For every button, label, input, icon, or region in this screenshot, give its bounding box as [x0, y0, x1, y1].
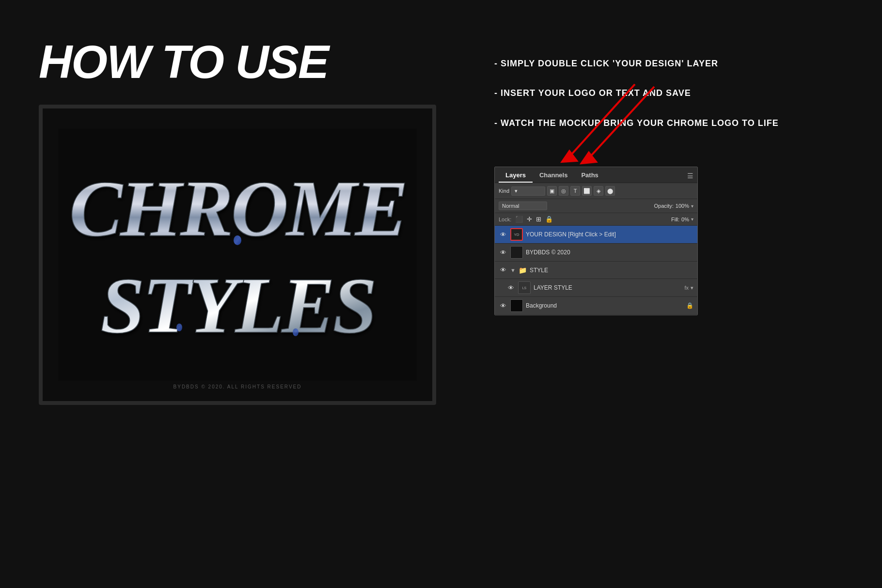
layer-name-layer-style: LAYER STYLE [534, 284, 681, 291]
svg-marker-7 [562, 151, 577, 162]
fill-value: 0% [681, 217, 689, 222]
tab-paths[interactable]: Paths [574, 169, 605, 183]
chrome-text-container: CHROME STYLES [43, 108, 432, 401]
page-title: HOW TO USE [39, 39, 436, 85]
svg-point-3 [234, 235, 241, 245]
blend-dropdown[interactable]: Normal [499, 201, 547, 210]
layer-name-bydbds: BYDBDS © 2020 [526, 249, 693, 256]
layer-name-background: Background [526, 302, 683, 309]
kind-label: Kind [499, 188, 509, 194]
svg-marker-9 [582, 153, 596, 163]
tab-channels[interactable]: Channels [533, 169, 575, 183]
type-icon[interactable]: T [570, 186, 580, 196]
eye-icon-your-design[interactable]: 👁 [499, 230, 507, 239]
extra-icon[interactable]: ⬤ [605, 186, 615, 196]
opacity-section: Opacity: 100% ▾ [654, 203, 694, 209]
thumb-your-design: YD [510, 228, 523, 241]
eye-icon-style[interactable]: 👁 [499, 266, 507, 275]
panel-menu-icon[interactable]: ☰ [687, 172, 693, 180]
opacity-chevron: ▾ [691, 203, 693, 209]
instruction-1: - SIMPLY DOUBLE CLICK 'YOUR DESIGN' LAYE… [494, 58, 853, 69]
preview-inner: CHROME STYLES BYDBDS © 2020. ALL RIGHTS … [43, 108, 432, 401]
layer-row-your-design[interactable]: 👁 YD YOUR DESIGN [Right Click > Edit] [495, 226, 697, 244]
layer-row-background[interactable]: 👁 Background 🔒 [495, 297, 697, 315]
left-section: HOW TO USE [0, 0, 465, 588]
eye-icon-layer-style[interactable]: 👁 [506, 283, 515, 292]
fill-label: Fill: [671, 217, 679, 222]
chrome-svg: CHROME STYLES [58, 129, 417, 381]
lock-pixel-icon[interactable]: ⬛ [515, 216, 523, 223]
thumb-bydbds [510, 246, 523, 259]
instruction-2: - INSERT YOUR LOGO OR TEXT AND SAVE [494, 88, 853, 99]
lock-label: Lock: [499, 217, 511, 222]
lock-fill-row: Lock: ⬛ ✛ ⊞ 🔒 Fill: 0% ▾ [495, 213, 697, 226]
thumb-background [510, 299, 523, 312]
layer-name-style: STYLE [530, 267, 693, 274]
right-section: - SIMPLY DOUBLE CLICK 'YOUR DESIGN' LAYE… [465, 0, 882, 588]
collapse-arrow[interactable]: ▼ [510, 267, 516, 273]
ps-panel-tabs: Layers Channels Paths ☰ [495, 167, 697, 183]
adj-icon[interactable]: ◎ [559, 186, 568, 196]
folder-icon-style: 📁 [519, 266, 527, 274]
instructions-list: - SIMPLY DOUBLE CLICK 'YOUR DESIGN' LAYE… [494, 58, 853, 147]
lock-move-icon[interactable]: ✛ [527, 216, 532, 223]
fill-chevron: ▾ [691, 217, 693, 222]
thumb-layer-style: LS [518, 281, 531, 294]
arrows-container: Layers Channels Paths ☰ Kind ▾ ▣ ◎ T ⬜ ◈ [494, 167, 712, 315]
svg-point-4 [176, 324, 182, 331]
shape-icon[interactable]: ⬜ [582, 186, 592, 196]
lock-all-icon[interactable]: 🔒 [545, 216, 553, 223]
eye-icon-bydbds[interactable]: 👁 [499, 248, 507, 257]
kind-filter-row: Kind ▾ ▣ ◎ T ⬜ ◈ ⬤ [495, 183, 697, 199]
pixel-icon[interactable]: ▣ [547, 186, 557, 196]
fx-icon: fx [684, 285, 689, 291]
svg-text:STYLES: STYLES [100, 261, 375, 350]
ps-layers-panel: Layers Channels Paths ☰ Kind ▾ ▣ ◎ T ⬜ ◈ [494, 167, 698, 315]
layer-row-style[interactable]: 👁 ▼ 📁 STYLE [495, 262, 697, 279]
kind-dropdown[interactable]: ▾ [511, 186, 545, 196]
smart-icon[interactable]: ◈ [594, 186, 603, 196]
lock-icon-background: 🔒 [686, 302, 693, 309]
opacity-value: 100% [676, 203, 689, 209]
thumb-content: YD [514, 232, 519, 237]
blend-value: Normal [502, 203, 519, 209]
kind-dropdown-value: ▾ [515, 188, 518, 194]
blend-opacity-row: Normal Opacity: 100% ▾ [495, 199, 697, 213]
eye-icon-background[interactable]: 👁 [499, 301, 507, 310]
layer-fx-icons: fx ▾ [684, 285, 693, 291]
tab-layers[interactable]: Layers [499, 169, 533, 183]
instruction-3: - WATCH THE MOCKUP BRING YOUR CHROME LOG… [494, 118, 853, 129]
layer-row-layer-style[interactable]: 👁 LS LAYER STYLE fx ▾ [495, 279, 697, 297]
preview-frame: CHROME STYLES BYDBDS © 2020. ALL RIGHTS … [39, 105, 436, 405]
fx-expand: ▾ [691, 285, 693, 291]
layer-name-your-design: YOUR DESIGN [Right Click > Edit] [526, 231, 693, 238]
page-container: HOW TO USE [0, 0, 882, 588]
svg-point-5 [293, 328, 299, 336]
copyright-text: BYDBDS © 2020. ALL RIGHTS RESERVED [173, 384, 302, 389]
layer-row-bydbds[interactable]: 👁 BYDBDS © 2020 [495, 244, 697, 262]
fill-section: Fill: 0% ▾ [671, 217, 693, 222]
lock-artboard-icon[interactable]: ⊞ [536, 216, 541, 223]
opacity-label: Opacity: [654, 203, 674, 209]
